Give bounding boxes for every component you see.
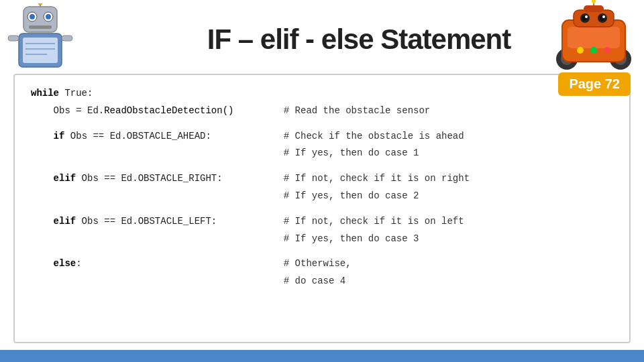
- code-else-right: # Otherwise,: [272, 256, 352, 272]
- svg-point-7: [38, 3, 42, 5]
- svg-point-4: [46, 14, 51, 19]
- svg-point-33: [592, 0, 596, 3]
- svg-point-3: [30, 14, 35, 19]
- code-block: while True: Obs = Ed.ReadObstacleDetecti…: [31, 86, 613, 290]
- code-line-elif1-b: # If yes, then do case 2: [31, 188, 613, 204]
- code-line-while: while True:: [31, 86, 613, 102]
- robot-right-icon: [550, 0, 637, 74]
- gap3: [31, 206, 613, 214]
- code-while-left: while True:: [31, 86, 272, 102]
- svg-point-29: [577, 47, 584, 54]
- svg-point-30: [590, 47, 597, 54]
- svg-point-27: [602, 15, 605, 18]
- code-elif2-left: elif Obs == Ed.OBSTACLE_LEFT:: [31, 214, 272, 230]
- page-badge: Page 72: [558, 72, 631, 96]
- code-line-elif1: elif Obs == Ed.OBSTACLE_RIGHT: # If not,…: [31, 171, 613, 187]
- slide-title: IF – elif - else Statement: [87, 23, 631, 56]
- code-line-elif2: elif Obs == Ed.OBSTACLE_LEFT: # If not, …: [31, 214, 613, 230]
- code-else-left: else:: [31, 256, 272, 272]
- svg-rect-5: [29, 25, 52, 29]
- code-line-if: if Obs == Ed.OBSTACLE_AHEAD: # Check if …: [31, 129, 613, 145]
- svg-rect-14: [62, 36, 72, 41]
- code-else-right-b: # do case 4: [272, 274, 345, 290]
- svg-point-31: [604, 47, 610, 54]
- code-line-else-b: # do case 4: [31, 274, 613, 290]
- code-elif1-right: # If not, check if it is on right: [272, 171, 470, 187]
- code-content: while True: Obs = Ed.ReadObstacleDetecti…: [13, 74, 631, 343]
- code-if-left: if Obs == Ed.OBSTACLE_AHEAD:: [31, 129, 272, 145]
- code-elif1-left: elif Obs == Ed.OBSTACLE_RIGHT:: [31, 171, 272, 187]
- svg-rect-9: [23, 38, 58, 63]
- svg-rect-20: [568, 27, 620, 48]
- svg-rect-21: [574, 10, 614, 27]
- svg-rect-28: [584, 5, 604, 12]
- gap4: [31, 248, 613, 256]
- code-if-right-b: # If yes, then do case 1: [272, 145, 419, 162]
- code-obs-right: # Read the obstacle sensor: [272, 103, 430, 119]
- code-elif1-right-b: # If yes, then do case 2: [272, 188, 419, 204]
- code-line-else: else: # Otherwise,: [31, 256, 613, 272]
- code-elif2-right: # If not, check if it is on left: [272, 214, 464, 230]
- svg-rect-13: [8, 36, 19, 41]
- code-if-right: # Check if the obstacle is ahead: [272, 129, 464, 145]
- robot-left-icon: [7, 3, 80, 70]
- code-line-if-b: # If yes, then do case 1: [31, 145, 613, 162]
- code-line-elif2-b: # If yes, then do case 3: [31, 231, 613, 247]
- code-elif2-right-b: # If yes, then do case 3: [272, 231, 419, 247]
- slide: IF – elif - else Statement: [0, 0, 644, 362]
- svg-point-26: [585, 15, 588, 18]
- gap1: [31, 121, 613, 129]
- gap2: [31, 163, 613, 171]
- code-line-obs: Obs = Ed.ReadObstacleDetection() # Read …: [31, 103, 613, 119]
- bottom-bar: [0, 350, 644, 362]
- code-obs-left: Obs = Ed.ReadObstacleDetection(): [31, 103, 272, 119]
- header: IF – elif - else Statement: [0, 0, 644, 74]
